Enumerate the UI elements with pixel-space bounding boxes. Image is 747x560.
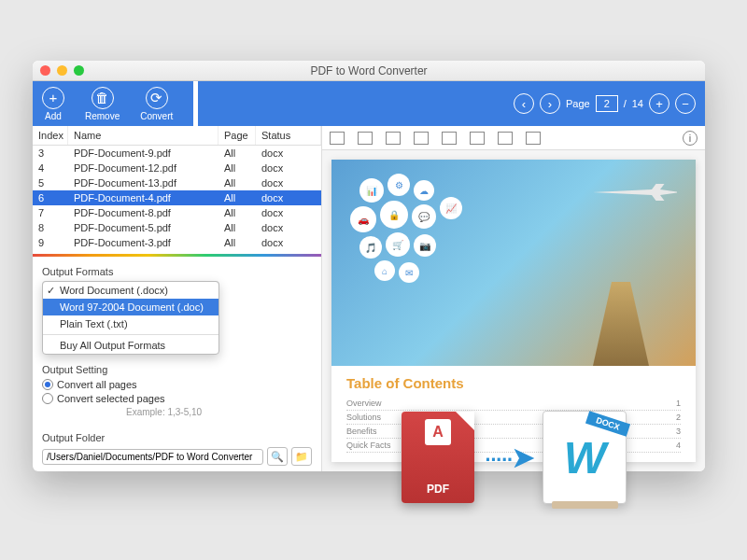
- table-row[interactable]: 5PDF-Document-13.pdfAlldocx: [33, 175, 321, 190]
- convert-label: Convert: [140, 111, 173, 121]
- output-folder-section: Output Folder 🔍 📁: [33, 423, 321, 471]
- folder-icon: 📁: [295, 451, 308, 463]
- table-row[interactable]: 4PDF-Document-12.pdfAlldocx: [33, 161, 321, 175]
- plus-icon: +: [42, 87, 64, 109]
- fit-width-icon[interactable]: [358, 132, 373, 145]
- output-setting-title: Output Setting: [42, 364, 312, 375]
- next-page-button[interactable]: ›: [540, 93, 560, 114]
- zoom-window-button[interactable]: [74, 65, 84, 76]
- col-page[interactable]: Page: [218, 126, 256, 145]
- add-label: Add: [45, 111, 62, 121]
- actual-size-icon[interactable]: [386, 132, 401, 145]
- titlebar: PDF to Word Converter: [33, 61, 705, 81]
- arrow-right-icon: ·····➤: [484, 440, 533, 475]
- file-list[interactable]: 3PDF-Document-9.pdfAlldocx4PDF-Document-…: [33, 146, 321, 254]
- remove-button[interactable]: 🗑 Remove: [85, 87, 120, 121]
- preview-toolbar: i: [322, 126, 705, 150]
- pdf-file-icon: A PDF: [402, 412, 474, 503]
- output-setting-section: Output Setting Convert all pages Convert…: [33, 355, 321, 423]
- col-name[interactable]: Name: [68, 126, 218, 145]
- traffic-lights: [40, 65, 84, 76]
- table-header: Index Name Page Status: [33, 126, 321, 146]
- col-index[interactable]: Index: [33, 126, 68, 145]
- choose-folder-button[interactable]: 📁: [291, 447, 312, 466]
- toolbar-divider: [193, 81, 198, 126]
- page-total: 14: [632, 98, 643, 109]
- crop-tool-3-icon[interactable]: [470, 132, 485, 145]
- page-fold-icon: [456, 412, 474, 430]
- word-file-icon: DOCX W: [543, 411, 627, 504]
- pdf-label: PDF: [427, 483, 449, 496]
- toc-row: Overview1: [346, 397, 681, 411]
- adobe-logo-icon: A: [425, 419, 451, 445]
- crop-tool-4-icon[interactable]: [498, 132, 513, 145]
- buy-formats-menu-item[interactable]: Buy All Output Formats: [43, 337, 218, 354]
- table-row[interactable]: 3PDF-Document-9.pdfAlldocx: [33, 146, 321, 161]
- example-text: Example: 1,3-5,10: [126, 407, 312, 417]
- search-folder-icon: 🔍: [271, 451, 284, 463]
- remove-label: Remove: [85, 111, 120, 121]
- airplane-graphic: [593, 178, 677, 206]
- convert-all-radio[interactable]: Convert all pages: [42, 379, 312, 390]
- crop-tool-2-icon[interactable]: [442, 132, 457, 145]
- radio-off-icon: [42, 393, 53, 404]
- left-panel: Index Name Page Status 3PDF-Document-9.p…: [33, 126, 322, 471]
- output-formats-title: Output Formats: [42, 266, 312, 277]
- crop-tool-icon[interactable]: [414, 132, 429, 145]
- table-row[interactable]: 6PDF-Document-4.pdfAlldocx: [33, 190, 321, 205]
- add-button[interactable]: + Add: [42, 87, 64, 121]
- table-row[interactable]: 7PDF-Document-8.pdfAlldocx: [33, 205, 321, 220]
- zoom-in-button[interactable]: +: [649, 93, 669, 114]
- radio-on-icon: [42, 379, 53, 390]
- prev-page-button[interactable]: ‹: [514, 93, 534, 114]
- reveal-folder-button[interactable]: 🔍: [267, 447, 288, 466]
- table-row[interactable]: 8PDF-Document-5.pdfAlldocx: [33, 220, 321, 235]
- page-hero-image: 📊 ⚙ ☁ 🚗 🔒 💬 📈 🎵 🛒 📷 ⌂ ✉: [331, 160, 696, 366]
- table-row[interactable]: 9PDF-Document-3.pdfAlldocx: [33, 235, 321, 250]
- info-icon[interactable]: i: [683, 131, 698, 146]
- window-title: PDF to Word Converter: [33, 64, 705, 77]
- format-menu-item[interactable]: Word 97-2004 Document (.doc): [43, 299, 218, 315]
- col-status[interactable]: Status: [256, 126, 321, 145]
- refresh-icon: ⟳: [146, 87, 168, 109]
- crop-tool-5-icon[interactable]: [526, 132, 541, 145]
- output-format-menu: Word Document (.docx)Word 97-2004 Docume…: [42, 281, 219, 355]
- convert-selected-label: Convert selected pages: [57, 393, 165, 404]
- minimize-window-button[interactable]: [57, 65, 67, 76]
- trash-icon: 🗑: [92, 87, 114, 109]
- word-w-icon: W: [564, 432, 606, 483]
- toc-title: Table of Contents: [346, 375, 681, 391]
- file-base-icon: [552, 501, 617, 509]
- close-window-button[interactable]: [40, 65, 50, 76]
- page-navigation: ‹ › Page / 14 + −: [514, 93, 696, 114]
- convert-button[interactable]: ⟳ Convert: [140, 87, 173, 121]
- app-window: PDF to Word Converter + Add 🗑 Remove ⟳ C…: [33, 61, 705, 471]
- convert-all-label: Convert all pages: [57, 379, 137, 390]
- page-number-input[interactable]: [596, 95, 618, 112]
- main-toolbar: + Add 🗑 Remove ⟳ Convert ‹ › Page / 14 +…: [33, 81, 705, 126]
- zoom-out-button[interactable]: −: [675, 93, 696, 114]
- page-label: Page: [566, 98, 590, 109]
- building-graphic: [574, 282, 668, 366]
- format-menu-item[interactable]: Plain Text (.txt): [43, 315, 218, 332]
- convert-selected-radio[interactable]: Convert selected pages: [42, 393, 312, 404]
- output-folder-title: Output Folder: [42, 432, 312, 443]
- output-formats-section: Output Formats Word Document (.docx) ⌄ W…: [33, 257, 321, 304]
- fit-page-icon[interactable]: [330, 132, 345, 145]
- page-sep: /: [624, 98, 627, 109]
- output-folder-input[interactable]: [42, 449, 263, 465]
- conversion-graphic: A PDF ·····➤ DOCX W: [402, 411, 627, 504]
- icon-cloud-graphic: 📊 ⚙ ☁ 🚗 🔒 💬 📈 🎵 🛒 📷 ⌂ ✉: [341, 169, 528, 300]
- format-menu-item[interactable]: Word Document (.docx): [43, 282, 218, 299]
